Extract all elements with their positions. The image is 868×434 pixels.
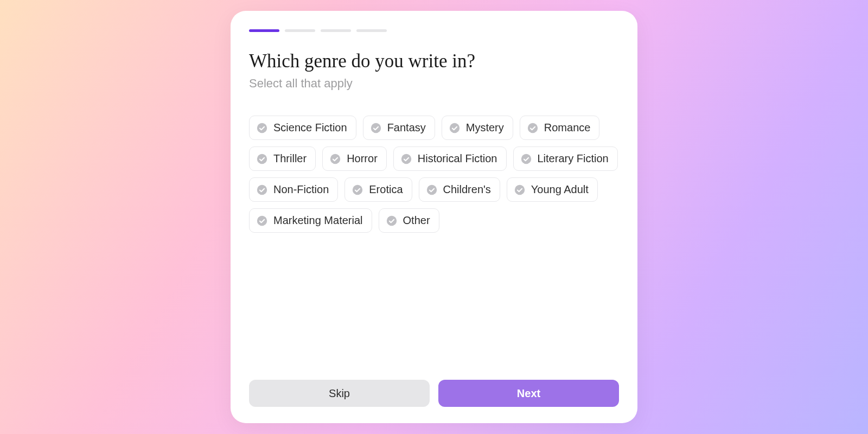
check-circle-icon [256, 122, 268, 134]
check-circle-icon [329, 153, 341, 165]
check-circle-icon [370, 122, 382, 134]
genre-chip[interactable]: Other [379, 208, 439, 233]
genre-chip[interactable]: Marketing Material [249, 208, 372, 233]
check-circle-icon [256, 153, 268, 165]
check-circle-icon [352, 184, 363, 196]
check-circle-icon [426, 184, 438, 196]
svg-point-5 [330, 154, 340, 163]
next-button[interactable]: Next [438, 380, 619, 407]
genre-chip[interactable]: Children's [419, 177, 500, 202]
svg-point-9 [353, 184, 362, 194]
genre-chip-label: Mystery [466, 122, 504, 134]
svg-point-4 [257, 154, 267, 163]
genre-chip[interactable]: Erotica [344, 177, 412, 202]
svg-point-12 [257, 215, 267, 225]
question-heading: Which genre do you write in? [249, 50, 619, 72]
progress-step-1 [249, 29, 279, 32]
genre-chip-group: Science Fiction Fantasy Mystery Romance … [249, 116, 619, 233]
svg-point-10 [426, 184, 436, 194]
progress-step-4 [356, 29, 387, 32]
onboarding-card: Which genre do you write in? Select all … [231, 11, 637, 423]
question-subheading: Select all that apply [249, 76, 619, 91]
skip-button[interactable]: Skip [249, 380, 430, 407]
genre-chip-label: Science Fiction [273, 122, 347, 134]
svg-point-0 [257, 123, 267, 132]
check-circle-icon [449, 122, 461, 134]
genre-chip[interactable]: Science Fiction [249, 116, 356, 140]
genre-chip-label: Fantasy [387, 122, 426, 134]
genre-chip-label: Historical Fiction [418, 152, 497, 165]
genre-chip[interactable]: Romance [520, 116, 600, 140]
genre-chip-label: Children's [443, 183, 491, 196]
svg-point-1 [371, 123, 380, 132]
svg-point-7 [521, 154, 531, 163]
svg-point-13 [386, 215, 396, 225]
check-circle-icon [400, 153, 412, 165]
check-circle-icon [520, 153, 532, 165]
check-circle-icon [386, 215, 398, 227]
genre-chip-label: Non-Fiction [273, 183, 329, 196]
genre-chip-label: Horror [347, 152, 378, 165]
svg-point-6 [401, 154, 411, 163]
progress-step-2 [285, 29, 315, 32]
genre-chip[interactable]: Young Adult [507, 177, 598, 202]
genre-chip-label: Marketing Material [273, 214, 363, 227]
genre-chip-label: Thriller [273, 152, 307, 165]
genre-chip[interactable]: Literary Fiction [513, 146, 618, 171]
genre-chip[interactable]: Fantasy [363, 116, 435, 140]
check-circle-icon [514, 184, 526, 196]
check-circle-icon [256, 215, 268, 227]
genre-chip-label: Literary Fiction [538, 152, 609, 165]
svg-point-11 [515, 184, 525, 194]
progress-step-3 [321, 29, 351, 32]
progress-indicator [249, 29, 619, 32]
genre-chip[interactable]: Horror [322, 146, 387, 171]
check-circle-icon [256, 184, 268, 196]
svg-point-8 [257, 184, 267, 194]
genre-chip[interactable]: Mystery [442, 116, 513, 140]
genre-chip[interactable]: Historical Fiction [393, 146, 507, 171]
genre-chip-label: Erotica [369, 183, 403, 196]
check-circle-icon [527, 122, 539, 134]
svg-point-3 [528, 123, 538, 132]
genre-chip-label: Young Adult [531, 183, 589, 196]
footer-actions: Skip Next [249, 380, 619, 407]
genre-chip[interactable]: Thriller [249, 146, 316, 171]
genre-chip-label: Other [403, 214, 430, 227]
genre-chip-label: Romance [544, 122, 591, 134]
genre-chip[interactable]: Non-Fiction [249, 177, 338, 202]
svg-point-2 [450, 123, 459, 132]
